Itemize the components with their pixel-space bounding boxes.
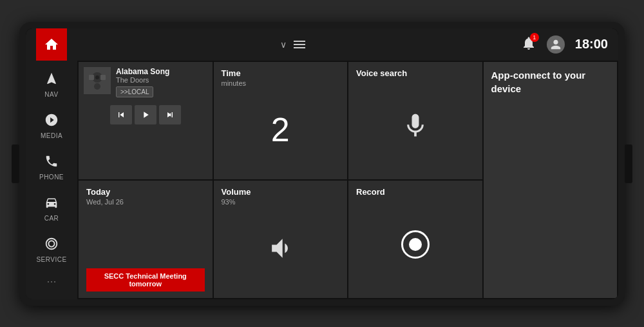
- mount-right: [625, 144, 632, 183]
- play-pause-button[interactable]: [135, 105, 156, 124]
- user-icon: [550, 39, 562, 50]
- volume-icon: [222, 206, 340, 292]
- mount-left: [12, 144, 19, 183]
- service-icon: [44, 237, 59, 255]
- sidebar-item-service[interactable]: SERVICE: [29, 231, 74, 270]
- calendar-today-label: Today: [86, 187, 205, 197]
- app-connect-widget[interactable]: App-connect to your device: [484, 62, 618, 298]
- sidebar-label-service: SERVICE: [36, 256, 66, 263]
- volume-value: 93%: [222, 198, 340, 206]
- music-text: Alabama Song The Doors >>LOCAL: [116, 67, 207, 97]
- volume-widget[interactable]: Volume 93%: [214, 181, 348, 298]
- sidebar-item-phone[interactable]: PHONE: [29, 148, 74, 187]
- calendar-date: Wed, Jul 26: [86, 198, 205, 206]
- svg-point-3: [95, 75, 99, 79]
- screen: ∨ 1 18:00: [26, 28, 618, 299]
- sidebar-label-nav: NAV: [44, 91, 58, 98]
- album-art-image: [84, 67, 111, 94]
- time-widget-label: Time: [222, 68, 340, 78]
- sidebar: NAV MEDIA PHONE: [26, 61, 77, 299]
- voice-label: Voice search: [356, 68, 475, 78]
- car-display-unit: ∨ 1 18:00: [19, 22, 625, 306]
- svg-point-2: [94, 83, 100, 90]
- user-avatar[interactable]: [547, 35, 565, 54]
- sidebar-label-car: CAR: [44, 215, 59, 222]
- home-icon: [44, 37, 59, 52]
- svg-rect-5: [100, 75, 106, 80]
- calendar-widget[interactable]: Today Wed, Jul 26 SECC Technical Meeting…: [79, 181, 213, 298]
- record-widget[interactable]: Record: [348, 181, 482, 298]
- volume-label: Volume: [222, 187, 340, 197]
- main-content: NAV MEDIA PHONE: [26, 61, 618, 299]
- hamburger-menu-icon[interactable]: [292, 37, 307, 52]
- album-art: [84, 67, 111, 94]
- local-button[interactable]: >>LOCAL: [116, 86, 153, 97]
- phone-icon: [44, 154, 59, 172]
- sidebar-more[interactable]: ···: [46, 275, 56, 288]
- chevron-down-icon: ∨: [280, 39, 287, 50]
- sidebar-label-media: MEDIA: [41, 132, 62, 139]
- sidebar-item-nav[interactable]: NAV: [29, 66, 74, 104]
- svg-rect-4: [89, 75, 94, 80]
- record-circle: [401, 230, 430, 259]
- top-bar-left: [36, 28, 67, 61]
- calendar-event: SECC Technical Meeting tomorrow: [86, 268, 205, 292]
- notification-badge: 1: [530, 33, 539, 42]
- app-connect-label: App-connect to your device: [491, 68, 610, 95]
- prev-button[interactable]: [110, 105, 132, 124]
- top-bar-right: 1 18:00: [521, 35, 608, 54]
- sidebar-item-car[interactable]: CAR: [29, 190, 74, 228]
- media-icon: [44, 113, 59, 131]
- music-controls: [84, 105, 207, 124]
- music-title: Alabama Song: [116, 67, 207, 76]
- record-label: Record: [356, 187, 475, 197]
- sidebar-label-phone: PHONE: [39, 173, 64, 181]
- record-icon: [356, 198, 475, 292]
- notification-bell[interactable]: 1: [521, 35, 536, 54]
- car-icon: [44, 195, 59, 213]
- top-bar: ∨ 1 18:00: [26, 28, 618, 61]
- music-artist: The Doors: [116, 76, 207, 84]
- music-widget[interactable]: Alabama Song The Doors >>LOCAL: [79, 62, 213, 179]
- time-widget-value: 2: [222, 87, 340, 173]
- voice-search-widget[interactable]: Voice search: [348, 62, 482, 179]
- nav-icon: [44, 72, 59, 90]
- home-button[interactable]: [36, 28, 67, 61]
- top-bar-center: ∨: [280, 37, 307, 52]
- next-button[interactable]: [159, 105, 181, 124]
- record-dot: [409, 238, 422, 251]
- microphone-icon: [356, 79, 475, 173]
- clock: 18:00: [575, 37, 608, 52]
- time-widget-sublabel: minutes: [222, 79, 340, 87]
- widget-grid: Alabama Song The Doors >>LOCAL: [77, 61, 618, 299]
- time-widget[interactable]: Time minutes 2: [214, 62, 348, 179]
- music-info: Alabama Song The Doors >>LOCAL: [84, 67, 207, 97]
- sidebar-item-media[interactable]: MEDIA: [29, 107, 74, 146]
